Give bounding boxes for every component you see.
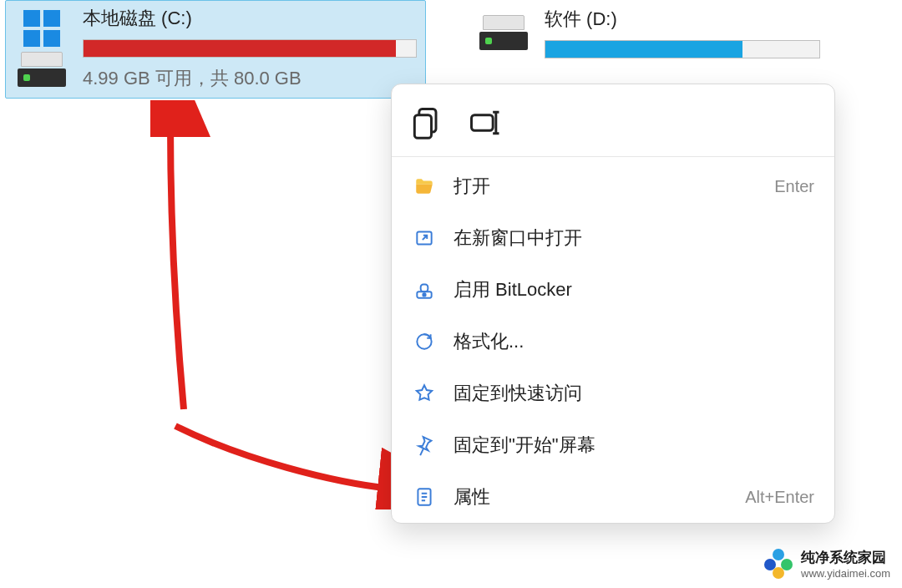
drive-c-used <box>84 40 396 57</box>
menu-format-label: 格式化... <box>454 329 814 354</box>
menu-open-new-window[interactable]: 在新窗口中打开 <box>392 212 834 264</box>
star-icon <box>412 381 437 406</box>
menu-open-shortcut: Enter <box>774 177 814 196</box>
rename-icon[interactable] <box>467 104 504 141</box>
disk-icon <box>479 15 528 50</box>
pin-icon <box>412 433 437 458</box>
menu-bitlocker-label: 启用 BitLocker <box>454 277 814 302</box>
menu-properties-shortcut: Alt+Enter <box>745 488 814 507</box>
svg-rect-1 <box>414 115 431 139</box>
copy-icon[interactable] <box>408 104 445 141</box>
drive-d-icon <box>474 15 533 50</box>
context-menu-toolbar <box>392 96 834 156</box>
drive-c-icon <box>13 10 71 87</box>
menu-properties-label: 属性 <box>454 484 728 509</box>
menu-open-label: 打开 <box>454 174 758 199</box>
drive-c-free-text: 4.99 GB 可用，共 80.0 GB <box>83 66 417 91</box>
watermark-logo-icon <box>764 549 794 579</box>
drive-c-usage-bar <box>83 39 417 58</box>
menu-pin-quick-access[interactable]: 固定到快速访问 <box>392 368 834 419</box>
separator <box>392 156 834 157</box>
watermark-url: www.yidaimei.com <box>801 567 890 580</box>
menu-pin-quick-access-label: 固定到快速访问 <box>454 381 814 406</box>
folder-open-icon <box>412 174 437 199</box>
disk-icon <box>18 52 66 87</box>
svg-point-6 <box>423 293 425 296</box>
menu-pin-start[interactable]: 固定到"开始"屏幕 <box>392 419 834 471</box>
menu-bitlocker[interactable]: 启用 BitLocker <box>392 264 834 316</box>
drive-d-usage-bar <box>545 40 820 58</box>
drive-c-title: 本地磁盘 (C:) <box>83 6 417 31</box>
svg-rect-5 <box>421 285 428 292</box>
drive-d-title: 软件 (D:) <box>545 7 820 32</box>
menu-format[interactable]: 格式化... <box>392 316 834 368</box>
properties-icon <box>412 484 437 509</box>
drive-c-tile[interactable]: 本地磁盘 (C:) 4.99 GB 可用，共 80.0 GB <box>5 0 426 99</box>
annotation-arrows <box>150 100 409 509</box>
watermark-title: 纯净系统家园 <box>801 548 890 567</box>
watermark: 纯净系统家园 www.yidaimei.com <box>764 548 890 580</box>
windows-icon <box>23 10 60 47</box>
menu-pin-start-label: 固定到"开始"屏幕 <box>454 433 814 458</box>
drive-d-used <box>545 41 742 58</box>
svg-rect-2 <box>472 115 494 130</box>
menu-properties[interactable]: 属性 Alt+Enter <box>392 471 834 523</box>
open-new-window-icon <box>412 226 437 251</box>
drive-d-tile[interactable]: 软件 (D:) <box>468 2 829 65</box>
format-icon <box>412 329 437 354</box>
lock-icon <box>412 277 437 302</box>
context-menu: 打开 Enter 在新窗口中打开 启用 BitLocker 格式化... 固定到… <box>391 84 835 524</box>
menu-open-new-window-label: 在新窗口中打开 <box>454 226 814 251</box>
menu-open[interactable]: 打开 Enter <box>392 160 834 212</box>
